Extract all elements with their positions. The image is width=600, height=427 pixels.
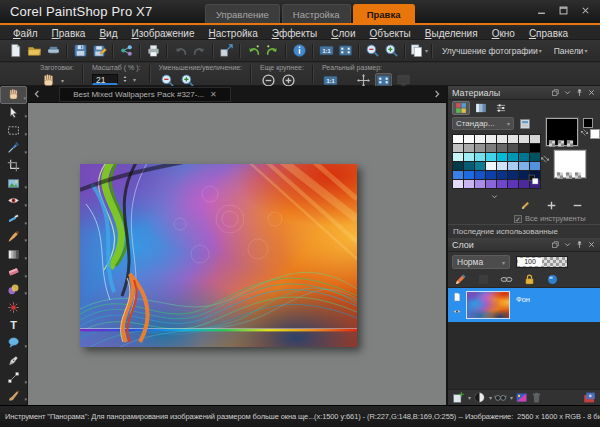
tab-close-icon[interactable]: ✕ — [210, 90, 217, 99]
zoom-value-input[interactable]: 21 — [92, 74, 118, 85]
background-swatch-small[interactable] — [590, 129, 600, 139]
bg-gradient-button[interactable] — [565, 172, 573, 179]
chevron-down-icon[interactable]: ▾ — [24, 343, 27, 349]
swatch-4-0[interactable] — [453, 171, 463, 179]
layer-styles-icon[interactable] — [583, 391, 596, 404]
swatch-1-4[interactable] — [497, 144, 507, 152]
save-as-button[interactable] — [90, 42, 109, 60]
recent-materials-section[interactable]: Последние использованные — [448, 224, 600, 238]
tool-picture-tube[interactable] — [0, 298, 27, 316]
tool-pan[interactable]: ▾ — [0, 86, 27, 104]
swatch-3-3[interactable] — [486, 162, 496, 170]
layer-visibility-icon[interactable] — [451, 307, 463, 316]
chevron-down-icon[interactable]: ▾ — [24, 290, 27, 296]
swatch-3-2[interactable] — [475, 162, 485, 170]
swatch-0-0[interactable] — [453, 135, 463, 143]
resize-button[interactable] — [217, 42, 236, 60]
swatch-2-2[interactable] — [475, 153, 485, 161]
tool-pen[interactable] — [0, 351, 27, 369]
swatch-options-button[interactable] — [519, 118, 531, 130]
swatch-0-4[interactable] — [497, 135, 507, 143]
tool-paint-brush[interactable]: ▾ — [0, 228, 27, 246]
panel-close-icon[interactable] — [587, 240, 596, 249]
chevron-down-icon[interactable]: ▾ — [23, 95, 26, 101]
zoom-out-button[interactable] — [363, 42, 382, 60]
swatch-4-4[interactable] — [497, 171, 507, 179]
chevron-down-icon[interactable]: ▾ — [61, 77, 64, 84]
bg-pattern-button[interactable] — [574, 172, 582, 179]
layer-effects-icon[interactable] — [546, 273, 559, 286]
sliders-tab[interactable] — [492, 101, 510, 115]
new-layer-icon[interactable] — [452, 391, 465, 404]
new-file-button[interactable] — [6, 42, 25, 60]
panel-pin-icon[interactable] — [575, 88, 584, 97]
save-button[interactable] — [71, 42, 90, 60]
copy-special-button[interactable]: ▾ — [409, 42, 428, 60]
swatch-2-1[interactable] — [464, 153, 474, 161]
chevron-down-icon[interactable]: ▾ — [510, 394, 513, 401]
chevron-down-icon[interactable]: ▾ — [24, 273, 27, 279]
swatch-3-4[interactable] — [497, 162, 507, 170]
tool-straighten[interactable]: ▾ — [0, 174, 27, 192]
swatch-0-1[interactable] — [464, 135, 474, 143]
swatch-1-6[interactable] — [519, 144, 529, 152]
swatch-2-4[interactable] — [497, 153, 507, 161]
remove-swatch-icon[interactable] — [572, 200, 583, 211]
swap-colors-icon[interactable] — [578, 126, 591, 139]
fg-pattern-button[interactable] — [566, 140, 574, 147]
panels-button[interactable]: Панели▾ — [548, 42, 594, 60]
swatch-1-7[interactable] — [530, 144, 540, 152]
swatch-4-5[interactable] — [508, 171, 518, 179]
add-swatch-icon[interactable] — [546, 200, 557, 211]
workspace-tab-Настройка[interactable]: Настройка — [282, 4, 351, 23]
panel-restore-icon[interactable] — [551, 240, 560, 249]
menu-Настройка[interactable]: Настройка — [201, 27, 264, 40]
swatch-3-0[interactable] — [453, 162, 463, 170]
tool-node-edit[interactable]: ▾ — [0, 369, 27, 387]
opacity-slider[interactable]: 100 — [516, 256, 568, 268]
layer-thumbnail[interactable] — [466, 291, 510, 319]
zoom-spinner[interactable] — [121, 73, 129, 85]
canvas[interactable] — [28, 103, 446, 405]
bg-color-button[interactable] — [556, 172, 564, 179]
chevron-down-icon[interactable]: ▾ — [24, 149, 27, 155]
new-adjustment-icon[interactable] — [494, 391, 507, 404]
swatch-0-5[interactable] — [508, 135, 518, 143]
all-tools-checkbox[interactable]: ✓ — [514, 215, 522, 223]
swatch-5-3[interactable] — [486, 180, 496, 188]
menu-Эффекты[interactable]: Эффекты — [265, 27, 324, 40]
swatch-3-5[interactable] — [508, 162, 518, 170]
swatch-3-1[interactable] — [464, 162, 474, 170]
swatch-5-1[interactable] — [464, 180, 474, 188]
workspace-tab-Управление[interactable]: Управление — [205, 4, 280, 23]
menu-Выделения[interactable]: Выделения — [418, 27, 485, 40]
swatch-0-3[interactable] — [486, 135, 496, 143]
swatch-0-2[interactable] — [475, 135, 485, 143]
panel-close-icon[interactable] — [587, 88, 596, 97]
swatch-2-3[interactable] — [486, 153, 496, 161]
more-swatches-icon[interactable] — [490, 192, 499, 201]
blend-mode-select[interactable]: Норма▾ — [452, 255, 510, 269]
share-button[interactable] — [117, 42, 136, 60]
chevron-down-icon[interactable]: ▾ — [24, 184, 27, 190]
swatches-tab[interactable] — [452, 101, 470, 115]
menu-Слои[interactable]: Слои — [324, 27, 362, 40]
swatch-3-6[interactable] — [519, 162, 529, 170]
swatch-5-4[interactable] — [497, 180, 507, 188]
chevron-down-icon[interactable]: ▾ — [425, 47, 428, 54]
swatch-1-1[interactable] — [464, 144, 474, 152]
minimize-button[interactable] — [535, 5, 548, 16]
tool-crop[interactable] — [0, 157, 27, 175]
swatch-1-3[interactable] — [486, 144, 496, 152]
swatch-2-0[interactable] — [453, 153, 463, 161]
swatch-4-2[interactable] — [475, 171, 485, 179]
edit-selection-icon[interactable] — [454, 273, 467, 286]
swatch-2-5[interactable] — [508, 153, 518, 161]
tool-flood-fill[interactable]: ▾ — [0, 245, 27, 263]
panel-pin-icon[interactable] — [575, 240, 584, 249]
print-button[interactable] — [144, 42, 163, 60]
zoom-in-button[interactable] — [382, 42, 401, 60]
menu-Справка[interactable]: Справка — [522, 27, 575, 40]
edit-color-icon[interactable] — [520, 200, 531, 211]
tool-pick[interactable]: ▾ — [0, 104, 27, 122]
